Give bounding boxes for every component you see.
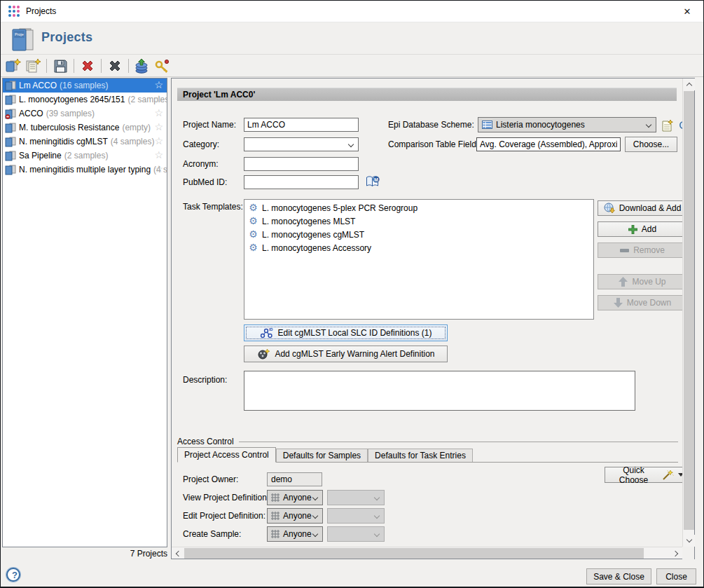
star-icon[interactable] xyxy=(154,135,163,146)
view-project-definition-select[interactable]: Anyone xyxy=(267,490,323,505)
access-control-legend: Access Control xyxy=(177,437,234,446)
tab-defaults-for-samples[interactable]: Defaults for Samples xyxy=(276,449,368,462)
scroll-right-icon[interactable] xyxy=(670,547,682,559)
star-icon[interactable] xyxy=(154,79,163,90)
help-icon[interactable]: ? xyxy=(6,568,20,582)
add-button[interactable]: Add xyxy=(598,221,687,237)
cluster-alert-icon xyxy=(256,348,270,360)
close-button[interactable]: Close xyxy=(656,568,696,584)
duplicate-project-icon[interactable] xyxy=(24,57,42,75)
chevron-down-icon xyxy=(312,531,318,537)
project-folder-icon xyxy=(5,151,16,161)
edit-project-definition-group-select[interactable] xyxy=(327,508,385,524)
star-icon[interactable] xyxy=(154,121,163,132)
project-count: (39 samples) xyxy=(46,109,95,118)
choose-button[interactable]: Choose... xyxy=(625,137,677,152)
create-sample-select[interactable]: Anyone xyxy=(267,526,323,542)
pubmed-input[interactable] xyxy=(244,175,359,189)
globe-download-icon xyxy=(604,203,615,214)
wand-icon xyxy=(662,470,674,480)
project-list-item[interactable]: Lm ACCO (16 samples) xyxy=(3,78,167,93)
vertical-scrollbar[interactable] xyxy=(682,78,694,547)
new-scheme-icon[interactable] xyxy=(658,116,677,135)
task-template-item[interactable]: L. monocytogenes cgMLST xyxy=(244,228,593,241)
access-control-tabs: Project Access Control Defaults for Samp… xyxy=(177,447,678,463)
project-list-item[interactable]: N. meningitidis cgMLST (4 samples) xyxy=(3,135,167,149)
project-name: N. meningitidis multiple layer typing xyxy=(19,165,151,175)
project-folder-icon xyxy=(5,81,16,91)
gear-icon xyxy=(248,203,258,213)
project-name: Sa Pipeline xyxy=(19,151,62,160)
project-detail-panel: Project 'Lm ACC0' Project Name: Epi Data… xyxy=(171,78,695,559)
description-textarea[interactable] xyxy=(244,371,635,411)
star-icon[interactable] xyxy=(154,93,163,104)
tab-project-access-control[interactable]: Project Access Control xyxy=(177,447,276,463)
project-list-item[interactable]: L. monocytogenes 2645/151 (2 samples) xyxy=(3,93,167,107)
move-down-button[interactable]: Move Down xyxy=(598,295,687,310)
project-folder-icon xyxy=(5,123,16,133)
edit-project-definition-select[interactable]: Anyone xyxy=(267,508,323,524)
pubmed-label: PubMed ID: xyxy=(183,175,227,190)
project-list-item[interactable]: Sa Pipeline (2 samples) xyxy=(3,149,167,163)
vertical-scrollbar-thumb[interactable] xyxy=(684,91,694,530)
view-project-definition-group-select[interactable] xyxy=(327,490,385,505)
project-name-label: Project Name: xyxy=(183,117,236,132)
project-count: (4 samples) xyxy=(111,137,155,146)
scroll-up-icon[interactable] xyxy=(683,78,695,90)
task-template-item[interactable]: L. monocytogenes MLST xyxy=(244,214,593,228)
window-title: Projects xyxy=(26,1,56,22)
category-select[interactable] xyxy=(244,137,359,151)
project-folder-icon xyxy=(5,165,16,175)
license-key-icon[interactable] xyxy=(153,57,171,75)
delete-project-icon[interactable] xyxy=(78,57,97,75)
move-up-button[interactable]: Move Up xyxy=(598,274,687,289)
chevron-down-icon xyxy=(646,122,651,128)
task-templates-label: Task Templates: xyxy=(183,199,243,214)
star-icon[interactable] xyxy=(154,163,163,175)
epi-scheme-label: Epi Database Scheme: xyxy=(388,117,474,132)
remove-button[interactable]: Remove xyxy=(598,242,687,258)
add-alert-definition-button[interactable]: Add cgMLST Early Warning Alert Definitio… xyxy=(244,346,448,362)
epi-scheme-value: Listeria monocytogenes xyxy=(496,120,585,130)
gear-icon xyxy=(248,216,258,226)
download-add-button[interactable]: Download & Add xyxy=(598,200,687,216)
task-template-item[interactable]: L. monocytogenes Accessory xyxy=(244,241,593,254)
horizontal-scrollbar[interactable] xyxy=(172,547,682,559)
gear-icon xyxy=(248,229,258,240)
scroll-left-icon[interactable] xyxy=(172,547,184,559)
upload-database-icon[interactable] xyxy=(133,57,151,75)
quick-choose-button[interactable]: Quick Choose xyxy=(605,467,689,483)
title-bar[interactable]: Projects xyxy=(1,1,703,22)
project-list-item[interactable]: ACCO (39 samples) xyxy=(3,107,167,121)
remove-assignment-icon[interactable] xyxy=(106,57,124,75)
close-icon[interactable] xyxy=(671,1,703,22)
new-project-icon[interactable] xyxy=(4,57,22,75)
edit-slc-definitions-button[interactable]: ID Edit cgMLST Local SLC ID Definitions … xyxy=(244,324,448,341)
tab-defaults-for-task-entries[interactable]: Defaults for Task Entries xyxy=(368,449,473,462)
scroll-down-icon[interactable] xyxy=(683,535,695,547)
chevron-down-icon xyxy=(348,142,354,147)
star-icon[interactable] xyxy=(154,149,163,160)
category-label: Category: xyxy=(183,137,219,152)
view-project-definition-label: View Project Definition: xyxy=(183,490,269,505)
epi-scheme-select[interactable]: Listeria monocytogenes xyxy=(478,117,656,132)
project-list-item[interactable]: M. tuberculosis Resistance (empty) xyxy=(3,121,167,135)
comparison-fields-label: Comparison Table Fields: xyxy=(388,137,483,152)
project-name-input[interactable] xyxy=(244,118,359,132)
project-count: (2 samples) xyxy=(64,151,109,160)
create-sample-group-select[interactable] xyxy=(327,526,385,542)
horizontal-scrollbar-thumb[interactable] xyxy=(184,548,644,559)
acronym-input[interactable] xyxy=(244,157,359,171)
star-icon[interactable] xyxy=(154,107,163,118)
save-and-close-button[interactable]: Save & Close xyxy=(586,568,651,584)
project-list: Lm ACCO (16 samples) L. monocytogenes 26… xyxy=(2,78,167,547)
save-icon[interactable] xyxy=(51,57,69,75)
description-label: Description: xyxy=(183,372,227,388)
toolbar-separator xyxy=(46,59,47,73)
svg-text:M: M xyxy=(374,177,378,182)
project-list-item[interactable]: N. meningitidis multiple layer typing (4… xyxy=(3,163,167,177)
comparison-fields-input[interactable] xyxy=(476,137,621,151)
project-name: ACCO xyxy=(19,109,43,118)
project-owner-label: Project Owner: xyxy=(183,472,238,487)
task-template-item[interactable]: L. monocytogenes 5-plex PCR Serogroup xyxy=(244,201,593,214)
